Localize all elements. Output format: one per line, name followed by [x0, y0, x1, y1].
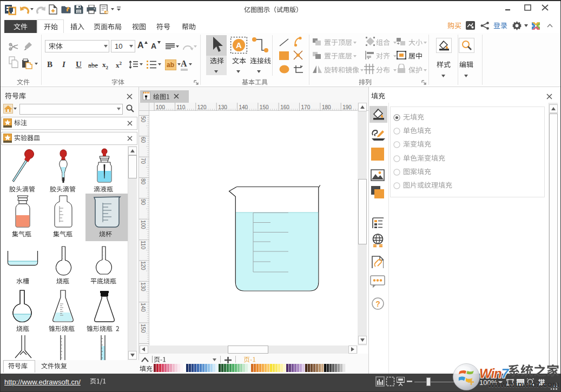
svg-text:A: A [236, 41, 242, 50]
svg-text:?: ? [375, 300, 380, 308]
